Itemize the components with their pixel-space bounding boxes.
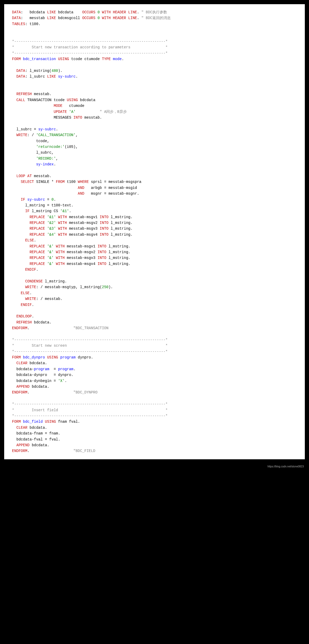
- watermark: https://blog.csdn.net/stone0823: [0, 463, 309, 471]
- code-block: DATA: bdcdata LIKE bdcdata OCCURS 0 WITH…: [4, 4, 305, 459]
